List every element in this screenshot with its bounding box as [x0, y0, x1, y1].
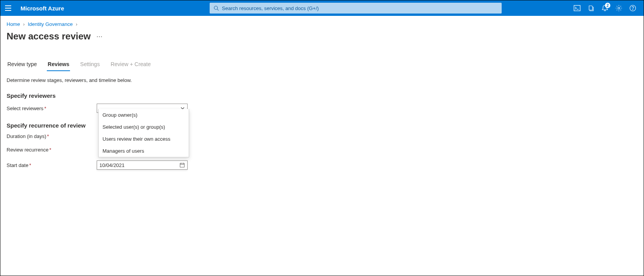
select-reviewers-options: Group owner(s) Selected user(s) or group… — [98, 109, 189, 157]
option-group-owners[interactable]: Group owner(s) — [99, 109, 189, 121]
required-indicator: * — [49, 147, 51, 153]
more-actions-icon[interactable]: ⋯ — [96, 33, 103, 40]
directories-icon[interactable] — [584, 0, 598, 16]
breadcrumb-identity-governance[interactable]: Identity Governance — [28, 21, 73, 27]
chevron-right-icon: › — [76, 22, 77, 27]
required-indicator: * — [29, 162, 31, 168]
notification-badge: 2 — [605, 3, 610, 8]
breadcrumb-home[interactable]: Home — [7, 21, 20, 27]
top-actions: 2 — [570, 0, 644, 16]
topbar: Microsoft Azure Search resources, servic… — [0, 0, 644, 16]
label-start-date: Start date* — [7, 162, 97, 168]
svg-rect-10 — [180, 164, 184, 167]
label-duration: Duration (in days)* — [7, 133, 97, 139]
chevron-right-icon: › — [23, 22, 25, 27]
help-icon[interactable] — [626, 0, 640, 16]
main-content: Home › Identity Governance › New access … — [0, 16, 644, 183]
svg-point-7 — [618, 7, 620, 9]
cloud-shell-icon[interactable] — [570, 0, 584, 16]
notifications-icon[interactable]: 2 — [598, 0, 612, 16]
svg-point-9 — [632, 9, 633, 10]
svg-line-4 — [217, 9, 219, 11]
hamburger-menu-icon[interactable] — [0, 5, 16, 11]
tab-review-create: Review + Create — [110, 59, 152, 71]
start-date-value: 10/04/2021 — [99, 162, 125, 168]
breadcrumb: Home › Identity Governance › — [7, 21, 637, 27]
tab-description: Determine review stages, reviewers, and … — [7, 77, 637, 83]
start-date-input[interactable]: 10/04/2021 — [97, 160, 188, 170]
label-review-recurrence: Review recurrence* — [7, 147, 97, 153]
svg-rect-2 — [5, 10, 11, 11]
svg-rect-1 — [5, 8, 11, 9]
tab-settings: Settings — [79, 59, 101, 71]
svg-rect-0 — [5, 5, 11, 6]
calendar-icon[interactable] — [179, 162, 185, 168]
search-placeholder: Search resources, services, and docs (G+… — [222, 5, 319, 11]
brand-label[interactable]: Microsoft Azure — [16, 5, 70, 12]
option-selected-users[interactable]: Selected user(s) or group(s) — [99, 121, 189, 133]
required-indicator: * — [44, 106, 46, 111]
required-indicator: * — [47, 133, 49, 139]
settings-icon[interactable] — [612, 0, 626, 16]
page-title: New access review — [7, 31, 91, 42]
svg-rect-5 — [574, 5, 580, 11]
option-users-review-own[interactable]: Users review their own access — [99, 133, 189, 145]
label-select-reviewers: Select reviewers* — [7, 106, 97, 111]
wizard-tabs: Review type Reviews Settings Review + Cr… — [7, 59, 637, 71]
svg-point-3 — [214, 6, 218, 10]
tab-reviews[interactable]: Reviews — [47, 59, 70, 71]
section-specify-reviewers: Specify reviewers — [7, 92, 637, 99]
option-managers[interactable]: Managers of users — [99, 145, 189, 157]
global-search-input[interactable]: Search resources, services, and docs (G+… — [210, 3, 502, 14]
tab-review-type[interactable]: Review type — [7, 59, 38, 71]
